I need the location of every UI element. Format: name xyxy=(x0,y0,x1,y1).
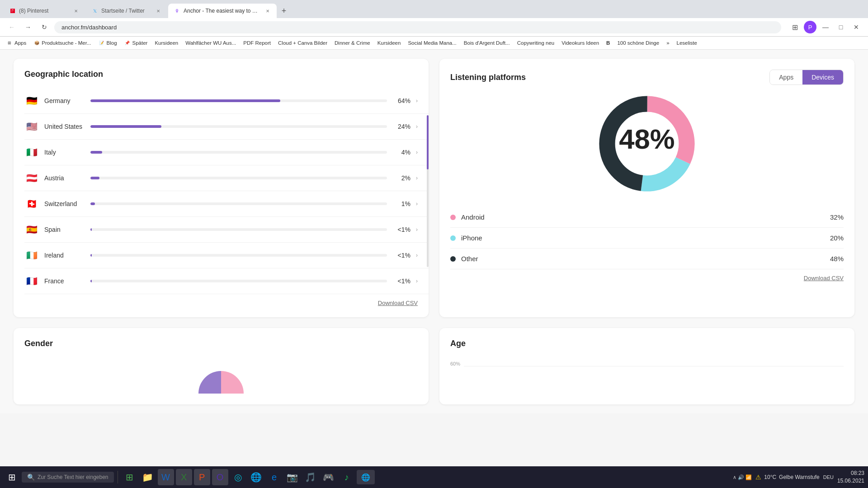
bookmark-label-canva: Cloud + Canva Bilder xyxy=(278,40,327,46)
bookmark-label-100: 100 schöne Dinge xyxy=(617,40,659,46)
tab-close-pinterest[interactable]: ✕ xyxy=(72,7,80,14)
tab-pinterest[interactable]: 🅿 (8) Pinterest ✕ xyxy=(4,4,85,18)
extensions-button[interactable]: ⊞ xyxy=(788,21,801,33)
country-pct-austria: 2% xyxy=(392,174,410,182)
legend-pct-other: 48% xyxy=(830,255,844,263)
country-pct-spain: <1% xyxy=(392,226,410,233)
profile-button[interactable]: P xyxy=(804,21,816,33)
country-name-italy: Italy xyxy=(44,149,85,156)
arrow-us[interactable]: › xyxy=(416,123,418,130)
bookmark-label-pdf: PDF Report xyxy=(243,40,271,46)
tab-bar: 🅿 (8) Pinterest ✕ 𝕏 Startseite / Twitter… xyxy=(0,0,868,18)
legend-dot-iphone xyxy=(450,235,456,241)
bookmark-more[interactable]: » xyxy=(664,39,672,47)
bookmark-social[interactable]: Social Media Mana... xyxy=(405,39,459,47)
bookmark-kursideen2[interactable]: Kursideen xyxy=(375,39,404,47)
tab-anchor[interactable]: 🎙 Anchor - The easiest way to mai... ✕ xyxy=(168,4,277,18)
scrollbar-indicator[interactable] xyxy=(427,115,429,267)
new-tab-button[interactable]: + xyxy=(278,5,290,17)
bookmark-apps[interactable]: ⊞ Apps xyxy=(4,38,29,47)
flag-france: 🇫🇷 xyxy=(24,274,39,288)
tab-title-twitter: Startseite / Twitter xyxy=(101,8,152,14)
close-button[interactable]: ✕ xyxy=(850,21,863,33)
legend-dot-android xyxy=(450,215,456,220)
arrow-germany[interactable]: › xyxy=(416,98,418,104)
bookmark-label-kursideen1: Kursideen xyxy=(155,40,178,46)
bookmark-kursideen1[interactable]: Kursideen xyxy=(152,39,181,47)
platforms-download-csv[interactable]: Download CSV xyxy=(450,275,844,282)
bookmark-b[interactable]: B xyxy=(604,39,613,47)
bookmark-label-apps: Apps xyxy=(14,40,26,46)
gender-card: Gender xyxy=(14,328,429,404)
tab-close-anchor[interactable]: ✕ xyxy=(264,7,271,14)
bookmark-dinner[interactable]: Dinner & Crime xyxy=(332,39,373,47)
bookmark-label-bois: Bois d'Argent Duft... xyxy=(464,40,510,46)
bookmark-videokurs[interactable]: Videokurs Ideen xyxy=(559,39,602,47)
bar-container-spain xyxy=(90,228,387,231)
bar-fill-austria xyxy=(90,177,99,179)
forward-button[interactable]: → xyxy=(22,21,34,33)
bookmark-leseliste[interactable]: Leseliste xyxy=(674,39,700,47)
bar-container-us xyxy=(90,125,387,128)
geo-title: Geographic location xyxy=(24,70,429,79)
bar-container-germany xyxy=(90,99,387,102)
apps-toggle-button[interactable]: Apps xyxy=(770,70,802,84)
bookmark-copywriting[interactable]: Copywriting neu xyxy=(514,39,557,47)
bookmark-100[interactable]: 100 schöne Dinge xyxy=(614,39,662,47)
country-item-austria: 🇦🇹 Austria 2% › xyxy=(24,165,429,191)
tab-twitter[interactable]: 𝕏 Startseite / Twitter ✕ xyxy=(86,4,167,18)
country-name-us: United States xyxy=(44,123,85,130)
bookmark-pdf[interactable]: PDF Report xyxy=(241,39,274,47)
page-content: Geographic location 🇩🇪 Germany xyxy=(0,50,868,413)
dashboard-grid: Geographic location 🇩🇪 Germany xyxy=(14,59,854,317)
restore-button[interactable]: □ xyxy=(835,21,847,33)
bookmark-label-kursideen2: Kursideen xyxy=(377,40,401,46)
flag-spain: 🇪🇸 xyxy=(24,222,39,237)
bar-container-france xyxy=(90,280,387,282)
legend-label-other: Other xyxy=(461,255,825,263)
bookmark-produktsuche[interactable]: 📦 Produktsuche - Mer... xyxy=(31,38,94,47)
arrow-ireland[interactable]: › xyxy=(416,252,418,258)
arrow-france[interactable]: › xyxy=(416,278,418,284)
bookmark-blog[interactable]: 📝 Blog xyxy=(96,38,120,47)
arrow-spain[interactable]: › xyxy=(416,226,418,233)
bookmark-favicon-produktsuche: 📦 xyxy=(33,40,40,46)
bookmark-favicon-apps: ⊞ xyxy=(6,40,13,46)
geo-download-csv[interactable]: Download CSV xyxy=(24,300,429,306)
devices-toggle-button[interactable]: Devices xyxy=(802,70,843,84)
address-input[interactable] xyxy=(54,21,781,33)
country-pct-us: 24% xyxy=(392,123,410,130)
bookmark-label-blog: Blog xyxy=(107,40,117,46)
bookmark-bois[interactable]: Bois d'Argent Duft... xyxy=(461,39,513,47)
bar-fill-germany xyxy=(90,99,280,102)
bookmark-canva[interactable]: Cloud + Canva Bilder xyxy=(275,39,330,47)
bar-fill-ireland xyxy=(90,254,92,257)
address-bar-row: ← → ↻ ⊞ P — □ ✕ xyxy=(0,18,868,37)
gender-title: Gender xyxy=(24,339,418,348)
minimize-button[interactable]: — xyxy=(819,21,832,33)
flag-austria: 🇦🇹 xyxy=(24,171,39,185)
age-chart: 60% xyxy=(450,357,844,366)
bookmark-wahlfächer[interactable]: Wahlfächer WU Aus... xyxy=(183,39,239,47)
legend-dot-other xyxy=(450,256,456,262)
reload-button[interactable]: ↻ xyxy=(38,21,51,33)
tab-close-twitter[interactable]: ✕ xyxy=(155,7,162,14)
platforms-title: Listening platforms xyxy=(450,73,526,82)
country-item-us: 🇺🇸 United States 24% › xyxy=(24,114,429,140)
bottom-grid: Gender Age 60% xyxy=(14,328,854,404)
bookmark-label-b: B xyxy=(606,40,610,46)
gender-segment-1 xyxy=(198,371,221,394)
flag-us: 🇺🇸 xyxy=(24,119,39,134)
flag-ireland: 🇮🇪 xyxy=(24,248,39,263)
arrow-austria[interactable]: › xyxy=(416,175,418,181)
flag-switzerland: 🇨🇭 xyxy=(24,197,39,211)
age-card: Age 60% xyxy=(439,328,854,404)
back-button[interactable]: ← xyxy=(5,21,18,33)
country-list: 🇩🇪 Germany 64% › 🇺🇸 United States xyxy=(24,88,429,294)
country-name-germany: Germany xyxy=(44,97,85,104)
donut-container: 48% xyxy=(450,94,844,193)
bookmark-später[interactable]: 📌 Später xyxy=(122,38,151,47)
country-item-ireland: 🇮🇪 Ireland <1% › xyxy=(24,243,429,268)
arrow-italy[interactable]: › xyxy=(416,149,418,155)
arrow-switzerland[interactable]: › xyxy=(416,201,418,207)
